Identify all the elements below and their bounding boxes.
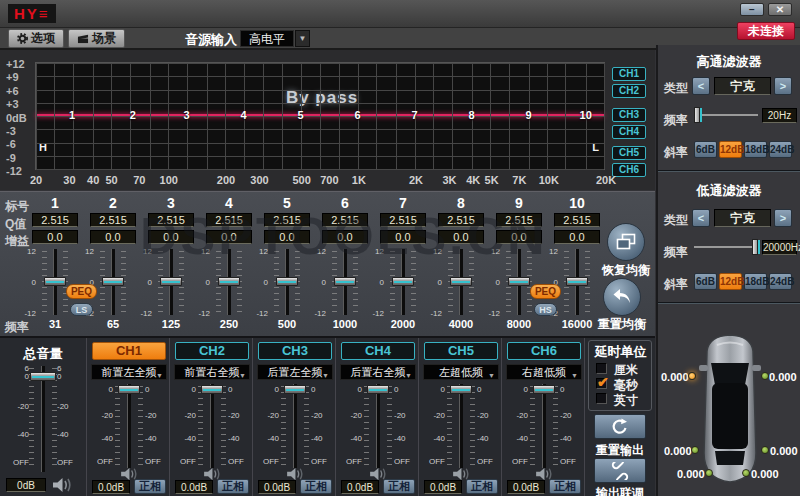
band-q-value[interactable]: 2.515 (264, 213, 310, 227)
lpf-slope-6dB[interactable]: 6dB (694, 273, 717, 290)
graph-channel-button-ch1[interactable]: CH1 (612, 67, 646, 81)
speaker-dot-sub-right[interactable] (742, 469, 750, 477)
band-q-value[interactable]: 2.515 (554, 213, 600, 227)
channel-level-handle[interactable] (367, 385, 389, 394)
band-gain-value[interactable]: 0.0 (32, 230, 78, 244)
speaker-dot-front-left[interactable] (688, 372, 696, 380)
eq-point[interactable]: 5 (298, 109, 304, 121)
hpf-freq-slider[interactable] (694, 107, 758, 123)
eq-point[interactable]: 7 (412, 109, 418, 121)
band-gain-slider[interactable]: 120-12 (38, 249, 72, 315)
channel-output-select[interactable]: 左超低频▼ (423, 364, 499, 380)
eq-point[interactable]: 9 (526, 109, 532, 121)
channel-phase-button[interactable]: 正相 (549, 479, 581, 494)
reset-eq-button[interactable] (603, 278, 641, 316)
lpf-slope-18dB[interactable]: 18dB (744, 273, 767, 290)
band-gain-slider[interactable]: 120-12 (212, 249, 246, 315)
channel-level-handle[interactable] (450, 385, 472, 394)
lpf-freq-slider[interactable] (694, 239, 758, 255)
speaker-dot-sub-left[interactable] (705, 469, 713, 477)
hpf-type-next-button[interactable]: > (774, 77, 792, 95)
channel-level-slider[interactable]: 00-20-20-40-40OFFOFF (191, 384, 233, 468)
channel-level-slider[interactable]: 00-20-20-40-40OFFOFF (274, 384, 316, 468)
graph-channel-button-ch2[interactable]: CH2 (612, 84, 646, 98)
hpf-freq-handle[interactable] (694, 107, 700, 123)
hpf-slope-6dB[interactable]: 6dB (694, 141, 717, 158)
eq-point[interactable]: 1 (69, 109, 75, 121)
band-shelf-type-button[interactable]: HS (534, 303, 557, 316)
eq-point[interactable]: 10 (580, 109, 592, 121)
band-gain-value[interactable]: 0.0 (438, 230, 484, 244)
close-button[interactable]: ✕ (768, 3, 792, 16)
band-gain-handle[interactable] (218, 277, 240, 286)
channel-button-ch6[interactable]: CH6 (507, 342, 581, 360)
band-gain-handle[interactable] (160, 277, 182, 286)
channel-output-select[interactable]: 后置右全频▼ (340, 364, 416, 380)
channel-level-slider[interactable]: 00-20-20-40-40OFFOFF (357, 384, 399, 468)
band-gain-slider[interactable]: 120-12 (328, 249, 362, 315)
graph-channel-button-ch6[interactable]: CH6 (612, 163, 646, 177)
band-gain-value[interactable]: 0.0 (148, 230, 194, 244)
channel-phase-button[interactable]: 正相 (383, 479, 415, 494)
band-q-value[interactable]: 2.515 (32, 213, 78, 227)
band-gain-value[interactable]: 0.0 (496, 230, 542, 244)
band-q-value[interactable]: 2.515 (148, 213, 194, 227)
hpf-slope-12dB[interactable]: 12dB (719, 141, 742, 158)
hpf-slope-24dB[interactable]: 24dB (769, 141, 792, 158)
channel-button-ch4[interactable]: CH4 (341, 342, 415, 360)
eq-point[interactable]: 2 (130, 109, 136, 121)
channel-level-slider[interactable]: 00-20-20-40-40OFFOFF (523, 384, 565, 468)
speaker-dot-front-right[interactable] (761, 372, 769, 380)
lpf-slope-12dB[interactable]: 12dB (719, 273, 742, 290)
band-gain-value[interactable]: 0.0 (322, 230, 368, 244)
channel-phase-button[interactable]: 正相 (466, 479, 498, 494)
channel-button-ch1[interactable]: CH1 (92, 342, 166, 360)
band-gain-slider[interactable]: 120-12 (502, 249, 536, 315)
delay-unit-checkbox[interactable]: ✔ (596, 378, 607, 389)
channel-level-handle[interactable] (533, 385, 555, 394)
band-gain-slider[interactable]: 120-12 (96, 249, 130, 315)
band-gain-slider[interactable]: 120-12 (560, 249, 594, 315)
options-button[interactable]: 选项 (8, 29, 64, 48)
channel-output-select[interactable]: 前置右全频▼ (174, 364, 250, 380)
graph-channel-button-ch4[interactable]: CH4 (612, 125, 646, 139)
eq-plot-area[interactable]: By pass H L 12345678910 (35, 62, 605, 170)
channel-level-handle[interactable] (118, 385, 140, 394)
lpf-slope-24dB[interactable]: 24dB (769, 273, 792, 290)
band-gain-value[interactable]: 0.0 (264, 230, 310, 244)
channel-output-select[interactable]: 右超低频▼ (506, 364, 582, 380)
band-filter-type-button[interactable]: PEQ (66, 284, 97, 299)
source-input-select[interactable]: 高电平 (240, 30, 294, 47)
band-gain-handle[interactable] (392, 277, 414, 286)
band-q-value[interactable]: 2.515 (438, 213, 484, 227)
channel-level-slider[interactable]: 00-20-20-40-40OFFOFF (440, 384, 482, 468)
channel-phase-button[interactable]: 正相 (134, 479, 166, 494)
eq-point[interactable]: 3 (184, 109, 190, 121)
master-volume-slider[interactable]: 6600-20-20-40-40OFFOFF (23, 366, 63, 472)
output-link-button[interactable] (594, 458, 646, 483)
lpf-type-next-button[interactable]: > (774, 209, 792, 227)
channel-button-ch3[interactable]: CH3 (258, 342, 332, 360)
band-q-value[interactable]: 2.515 (380, 213, 426, 227)
band-filter-type-button[interactable]: PEQ (530, 284, 561, 299)
band-gain-handle[interactable] (102, 277, 124, 286)
restore-eq-button[interactable] (607, 223, 645, 261)
band-q-value[interactable]: 2.515 (322, 213, 368, 227)
lpf-freq-handle[interactable] (752, 239, 758, 255)
band-gain-value[interactable]: 0.0 (554, 230, 600, 244)
eq-point[interactable]: 4 (241, 109, 247, 121)
channel-button-ch2[interactable]: CH2 (175, 342, 249, 360)
channel-output-select[interactable]: 后置左全频▼ (257, 364, 333, 380)
reset-output-button[interactable] (594, 414, 646, 439)
band-gain-handle[interactable] (450, 277, 472, 286)
speaker-dot-rear-left[interactable] (691, 446, 699, 454)
band-shelf-type-button[interactable]: LS (70, 303, 93, 316)
band-q-value[interactable]: 2.515 (90, 213, 136, 227)
band-gain-value[interactable]: 0.0 (380, 230, 426, 244)
hpf-type-prev-button[interactable]: < (692, 77, 710, 95)
band-gain-slider[interactable]: 120-12 (270, 249, 304, 315)
band-gain-slider[interactable]: 120-12 (386, 249, 420, 315)
delay-unit-checkbox[interactable] (596, 363, 607, 374)
master-speaker-icon[interactable] (52, 477, 72, 493)
band-q-value[interactable]: 2.515 (496, 213, 542, 227)
